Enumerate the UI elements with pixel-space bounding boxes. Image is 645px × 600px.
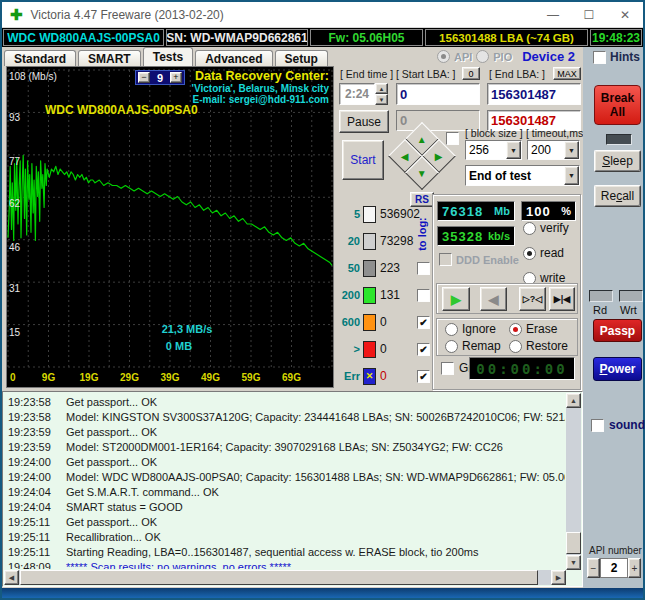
log-lines: 19:23:58Get passport... OK19:23:58Model:… xyxy=(8,395,565,569)
block-time-icon xyxy=(363,287,376,304)
minimize-icon[interactable]: — xyxy=(535,2,571,27)
api-number-plus-button[interactable]: + xyxy=(628,558,641,578)
end-of-test-select[interactable]: End of test ▼ xyxy=(465,165,580,186)
radio-read[interactable]: read xyxy=(523,246,569,260)
position-lcd: 76318 Mb xyxy=(437,201,515,221)
drive-serial: SN: WD-WMAP9D662861 xyxy=(166,29,308,46)
svg-text:69G: 69G xyxy=(282,372,301,383)
max-lba-button[interactable]: MAX xyxy=(553,67,581,80)
drive-firmware: Fw: 05.06H05 xyxy=(310,29,423,46)
block-time-icon xyxy=(363,341,376,358)
tab-tests[interactable]: Tests xyxy=(143,47,193,66)
end-time-down-icon[interactable]: ▼ xyxy=(375,94,388,105)
log-line: 19:48:09***** Scan results: no warnings,… xyxy=(8,560,565,569)
victoria-window: ✚ Victoria 4.47 Freeware (2013-02-20) — … xyxy=(0,0,645,600)
api-radio-label: API xyxy=(454,51,472,63)
end-of-test-value: End of test xyxy=(466,166,564,185)
butterfly-seek-button[interactable]: ▶|◀ xyxy=(549,287,575,311)
tab-smart[interactable]: SMART xyxy=(78,50,141,66)
counter-log-checkbox[interactable] xyxy=(417,316,430,329)
block-size-select[interactable]: 256 ▼ xyxy=(465,140,522,160)
log-horizontal-scrollbar[interactable]: ◀ ▶ xyxy=(4,570,566,585)
start-lba-field[interactable]: 0 xyxy=(396,83,480,105)
counter-log-checkbox[interactable] xyxy=(417,343,430,356)
block-size-value: 256 xyxy=(466,141,506,159)
log-vertical-scrollbar[interactable]: ▲ ▼ xyxy=(566,393,581,570)
start-button[interactable]: Start xyxy=(342,140,384,180)
timeout-dropdown-icon[interactable]: ▼ xyxy=(564,141,579,159)
pause-button[interactable]: Pause xyxy=(339,110,389,133)
scroll-left-icon[interactable]: ◀ xyxy=(4,570,19,585)
tests-tab-page: 108 (Mb/s)93776246311509G19G29G39G49G59G… xyxy=(2,66,583,391)
api-number-value: 2 xyxy=(600,558,628,578)
maximize-icon[interactable]: ☐ xyxy=(571,2,607,27)
status-panel: 76318 Mb 100 % 35328 kb/s DDD Enable ver… xyxy=(432,194,581,390)
ignore-radio-icon xyxy=(445,323,458,336)
log-text: SMART status = GOOD xyxy=(66,500,183,515)
log-line: 19:23:59Get passport... OK xyxy=(8,425,565,440)
log-timestamp: 19:25:11 xyxy=(8,545,66,560)
radio-restore[interactable]: Restore xyxy=(509,339,568,353)
start-lba-zero-button[interactable]: 0 xyxy=(462,67,480,80)
play-button[interactable]: ▶ xyxy=(442,287,470,311)
vscroll-thumb[interactable] xyxy=(566,532,581,554)
block-time-icon xyxy=(363,206,376,223)
counter-log-checkbox[interactable] xyxy=(417,370,430,383)
counter-log-checkbox[interactable] xyxy=(417,262,430,275)
radio-label: Restore xyxy=(526,339,568,353)
recall-button[interactable]: Recall xyxy=(594,185,641,207)
break-all-button[interactable]: Break All xyxy=(594,85,641,125)
counter-label: 50 xyxy=(336,262,360,274)
timeout-select[interactable]: 200 ▼ xyxy=(527,140,580,160)
end-time-field[interactable]: 2:24 xyxy=(339,83,375,105)
api-number-minus-button[interactable]: − xyxy=(587,558,600,578)
log-text: Get passport... OK xyxy=(66,395,157,410)
log-timestamp: 19:24:00 xyxy=(8,455,66,470)
sleep-button[interactable]: Sleep xyxy=(594,150,641,172)
title-bar: ✚ Victoria 4.47 Freeware (2013-02-20) — … xyxy=(2,2,643,28)
graph-scale-control: − 9 + xyxy=(135,70,185,85)
hscroll-thumb[interactable] xyxy=(20,570,538,585)
grid-checkbox[interactable] xyxy=(441,362,454,375)
block-size-dropdown-icon[interactable]: ▼ xyxy=(506,141,521,159)
log-text: Starting Reading, LBA=0..156301487, sequ… xyxy=(66,545,478,560)
svg-text:31: 31 xyxy=(9,283,21,294)
scale-plus-button[interactable]: + xyxy=(170,72,182,83)
sound-label: sound xyxy=(609,418,645,432)
tab-standard[interactable]: Standard xyxy=(4,50,76,66)
radio-verify[interactable]: verify xyxy=(523,221,569,235)
power-button[interactable]: Power xyxy=(593,357,642,381)
end-of-test-dropdown-icon[interactable]: ▼ xyxy=(564,166,579,185)
scale-minus-button[interactable]: − xyxy=(138,72,150,83)
log-text: Model: ST2000DM001-1ER164; Capacity: 390… xyxy=(66,440,503,455)
down-arrow-icon: ▼ xyxy=(417,168,427,179)
sound-checkbox[interactable] xyxy=(591,419,604,432)
block-time-icon xyxy=(363,260,376,277)
passp-button[interactable]: Passp xyxy=(593,319,642,342)
random-seek-button[interactable]: ▷?◁ xyxy=(519,287,546,311)
scroll-down-icon[interactable]: ▼ xyxy=(566,555,581,570)
hints-checkbox[interactable] xyxy=(593,51,606,64)
scroll-right-icon[interactable]: ▶ xyxy=(551,570,566,585)
banner: Data Recovery Center: 'Victoria', Belaru… xyxy=(192,69,329,105)
close-icon[interactable]: ✕ xyxy=(607,2,643,27)
tab-setup[interactable]: Setup xyxy=(275,50,328,66)
jog-checkbox[interactable] xyxy=(446,132,459,145)
radio-remap[interactable]: Remap xyxy=(445,339,501,353)
tab-advanced[interactable]: Advanced xyxy=(195,50,272,66)
scroll-up-icon[interactable]: ▲ xyxy=(566,393,581,408)
log-line: 19:25:11Starting Reading, LBA=0..1563014… xyxy=(8,545,565,560)
counter-label: 20 xyxy=(336,235,360,247)
end-time-up-icon[interactable]: ▲ xyxy=(375,83,388,94)
radio-ignore[interactable]: Ignore xyxy=(445,322,496,336)
back-button[interactable]: ◀ xyxy=(480,287,507,311)
end-time-spinner: ▲ ▼ xyxy=(375,83,388,105)
block-time-icon xyxy=(363,314,376,331)
end-lba-field[interactable]: 156301487 xyxy=(487,83,581,105)
counter-row-20: 2073298 xyxy=(336,229,432,253)
radio-erase[interactable]: Erase xyxy=(509,322,557,336)
counter-log-checkbox[interactable] xyxy=(417,289,430,302)
block-size-label: [ block size ] xyxy=(465,127,523,139)
block-time-icon xyxy=(363,233,376,250)
mode-radios: verifyreadwrite xyxy=(523,221,569,285)
